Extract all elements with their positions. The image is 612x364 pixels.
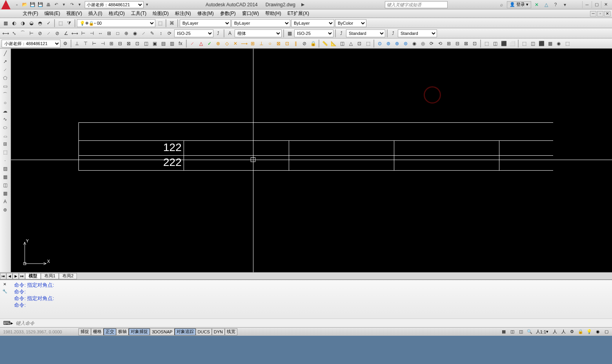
annotation-scale-icon[interactable]: 🔍 xyxy=(526,328,534,335)
dim-ang-icon[interactable]: ∠ xyxy=(62,29,70,37)
snap-near-icon[interactable]: ⊠ xyxy=(275,40,282,47)
modify-icon-11[interactable]: ▤ xyxy=(159,40,167,47)
pline-icon[interactable]: ⟋ xyxy=(1,66,9,74)
dim-insp-icon[interactable]: ◉ xyxy=(131,29,139,37)
app-logo[interactable] xyxy=(0,0,12,9)
measure-icon-5[interactable]: ⊡ xyxy=(355,40,363,47)
play-icon[interactable]: ▶ xyxy=(299,1,306,8)
constraint-icon-11[interactable]: ⊠ xyxy=(462,40,470,47)
tab-layout1[interactable]: 布局1 xyxy=(41,273,59,279)
measure-icon-3[interactable]: ◫ xyxy=(338,40,346,47)
dim-update-icon[interactable]: ⟳ xyxy=(166,29,173,37)
xline-icon[interactable]: ↗ xyxy=(1,58,9,66)
measure-icon-6[interactable]: ⬚ xyxy=(364,40,372,47)
dim-edit-icon[interactable]: ✎ xyxy=(148,29,156,37)
snap-perp-icon[interactable]: ⊥ xyxy=(257,40,265,47)
dim-aligned-icon[interactable]: ⤡ xyxy=(10,29,18,37)
cmd-tool-icon[interactable]: 🔧 xyxy=(1,288,9,294)
mleader-style-icon[interactable]: ⤴ xyxy=(337,29,345,37)
spline-icon[interactable]: ∿ xyxy=(1,115,9,123)
dim-linear-icon[interactable]: ⟷ xyxy=(2,29,9,37)
mtext-icon[interactable]: A xyxy=(1,198,9,206)
toolbar-lock-icon[interactable]: 🔒 xyxy=(577,328,585,335)
menu-view[interactable]: 视图(V) xyxy=(63,9,85,18)
mdi-close[interactable]: ✕ xyxy=(604,11,610,16)
command-input[interactable] xyxy=(16,320,609,326)
table-style-icon[interactable]: ▦ xyxy=(286,29,293,37)
snap-lock-icon[interactable]: 🔒 xyxy=(309,40,317,47)
table-style-select[interactable]: ISO-25 xyxy=(294,29,333,37)
layer-icon-2[interactable]: ◐ xyxy=(10,19,18,27)
constraint-icon-8[interactable]: ⟲ xyxy=(436,40,444,47)
dim-cen-icon[interactable]: ⊕ xyxy=(122,29,130,37)
region-icon[interactable]: ◫ xyxy=(1,181,9,189)
line-icon[interactable]: ╱ xyxy=(1,49,9,57)
quick-view-layouts-icon[interactable]: ◫ xyxy=(517,328,525,335)
layer-select[interactable]: 💡❄🔒▫ 00 xyxy=(77,19,155,27)
quick-view-icon[interactable]: ◫ xyxy=(508,328,516,335)
view-icon-3[interactable]: ⬛ xyxy=(500,40,508,47)
modify-icon-4[interactable]: ⊣ xyxy=(99,40,107,47)
dim-tol-icon[interactable]: □ xyxy=(114,29,122,37)
dim-break-icon[interactable]: ⊞ xyxy=(105,29,113,37)
snap-ext-icon[interactable]: ⟶ xyxy=(240,40,248,47)
tab-nav-first[interactable]: ⏮ xyxy=(0,273,6,279)
tab-model[interactable]: 模型 xyxy=(25,273,41,279)
menu-format[interactable]: 格式(O) xyxy=(106,9,128,18)
snap-endpoint-icon[interactable]: ⟋ xyxy=(188,40,196,47)
tab-nav-prev[interactable]: ◀ xyxy=(6,273,13,279)
snap-tan-icon[interactable]: ○ xyxy=(266,40,274,47)
render-icon-3[interactable]: ⬛ xyxy=(537,40,545,47)
toggle-grid[interactable]: 栅格 xyxy=(91,328,104,335)
toggle-otrack[interactable]: 对象追踪 xyxy=(175,328,196,335)
modify-icon-12[interactable]: ▥ xyxy=(168,40,176,47)
toggle-3dosnap[interactable]: 3DOSNAP xyxy=(150,328,175,335)
point-icon[interactable]: · xyxy=(1,157,9,164)
dim-style-select[interactable]: ISO-25 xyxy=(174,29,213,37)
redo-icon[interactable]: ↷ xyxy=(68,1,75,8)
print-icon[interactable]: 🖶 xyxy=(45,1,52,8)
arc-icon[interactable]: ⌒ xyxy=(1,91,9,98)
toggle-lwt[interactable]: 线宽 xyxy=(225,328,237,335)
menu-edit[interactable]: 编辑(E) xyxy=(41,9,63,18)
saveas-icon[interactable]: 💾 xyxy=(37,1,44,8)
menu-modify[interactable]: 修改(M) xyxy=(194,9,217,18)
constraint-icon-2[interactable]: ⊚ xyxy=(384,40,392,47)
undo-icon[interactable]: ↶ xyxy=(53,1,60,8)
modify-icon-13[interactable]: fx xyxy=(177,40,184,47)
hatch-icon[interactable]: ▨ xyxy=(1,165,9,173)
snap-midpoint-icon[interactable]: △ xyxy=(197,40,205,47)
workspace-dropdown-icon[interactable]: ▾ xyxy=(144,1,151,8)
snap-ins-icon[interactable]: ⊞ xyxy=(249,40,257,47)
command-history[interactable]: 命令: 指定对角点: 命令: 命令: 指定对角点: 命令: xyxy=(11,280,612,318)
qs-settings-icon[interactable]: ⚙ xyxy=(61,40,69,47)
hardware-accel-icon[interactable]: 💡 xyxy=(585,328,593,335)
dim-tedit-icon[interactable]: ↕ xyxy=(157,29,165,37)
toggle-ducs[interactable]: DUCS xyxy=(196,328,212,335)
clean-screen-icon[interactable]: ▢ xyxy=(603,328,610,335)
dim-cont-icon[interactable]: ⊣ xyxy=(88,29,96,37)
minimize-button[interactable]: ─ xyxy=(582,1,592,8)
open-icon[interactable]: 📂 xyxy=(21,1,28,8)
menu-tools[interactable]: 工具(T) xyxy=(128,9,149,18)
workspace-icon[interactable]: ⚙ xyxy=(568,328,576,335)
polygon-icon[interactable]: ⬠ xyxy=(1,74,9,82)
linetype-select[interactable]: ByLayer xyxy=(231,19,290,27)
measure-icon-2[interactable]: 📐 xyxy=(330,40,337,47)
dim-rad-icon[interactable]: ⊘ xyxy=(36,29,44,37)
cmd-close-icon[interactable]: ✕ xyxy=(1,281,9,287)
modify-icon-6[interactable]: ⊟ xyxy=(116,40,124,47)
constraint-icon-12[interactable]: ⊡ xyxy=(471,40,479,47)
revcloud-icon[interactable]: ☁ xyxy=(1,107,9,115)
constraint-icon-10[interactable]: ⊟ xyxy=(454,40,461,47)
annotation-icon-1[interactable]: 人 xyxy=(551,328,559,335)
dim-arc-icon[interactable]: ⌒ xyxy=(19,29,27,37)
rectangle-icon[interactable]: ▭ xyxy=(1,82,9,90)
infocenter-icon[interactable]: ⌕ xyxy=(497,1,505,8)
menu-draw[interactable]: 绘图(D) xyxy=(149,9,172,18)
menu-window[interactable]: 窗口(W) xyxy=(239,9,262,18)
mdi-restore[interactable]: ▫ xyxy=(597,11,603,16)
menu-file[interactable]: 文件(F) xyxy=(20,9,41,18)
layer-icon-6[interactable]: ✓ xyxy=(45,19,53,27)
measure-icon-1[interactable]: 📏 xyxy=(321,40,329,47)
